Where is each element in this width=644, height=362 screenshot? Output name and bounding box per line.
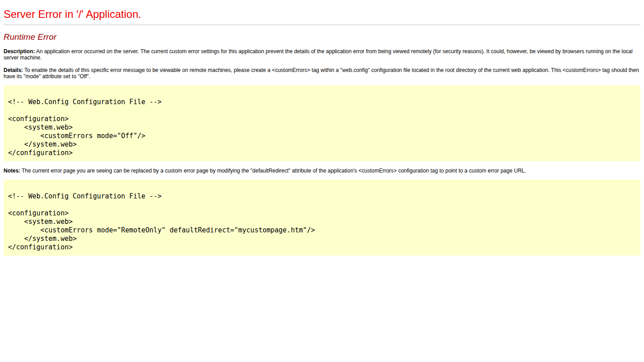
description-paragraph: Description: An application error occurr…: [4, 48, 640, 61]
notes-text: The current error page you are seeing ca…: [21, 168, 526, 174]
details-paragraph: Details: To enable the details of this s…: [4, 67, 640, 80]
notes-paragraph: Notes: The current error page you are se…: [4, 168, 640, 174]
details-label: Details:: [4, 67, 23, 73]
page-title: Server Error in '/' Application.: [4, 8, 640, 21]
code-block-customerrors-off-text: <!-- Web.Config Configuration File --> <…: [8, 89, 636, 157]
description-label: Description:: [4, 48, 35, 55]
error-type-heading: Runtime Error: [4, 32, 640, 42]
code-block-customerrors-off: <!-- Web.Config Configuration File --> <…: [4, 85, 640, 161]
error-type-text: Runtime Error: [4, 32, 56, 42]
description-text: An application error occurred on the ser…: [4, 48, 632, 61]
notes-label: Notes:: [4, 168, 20, 174]
code-block-customerrors-remoteonly-text: <!-- Web.Config Configuration File --> <…: [8, 184, 636, 252]
title-divider: [4, 25, 640, 25]
code-block-customerrors-remoteonly: <!-- Web.Config Configuration File --> <…: [4, 180, 640, 256]
details-text: To enable the details of this specific e…: [4, 67, 639, 80]
server-error-page: { "header": { "title": "Server Error in …: [4, 4, 640, 256]
